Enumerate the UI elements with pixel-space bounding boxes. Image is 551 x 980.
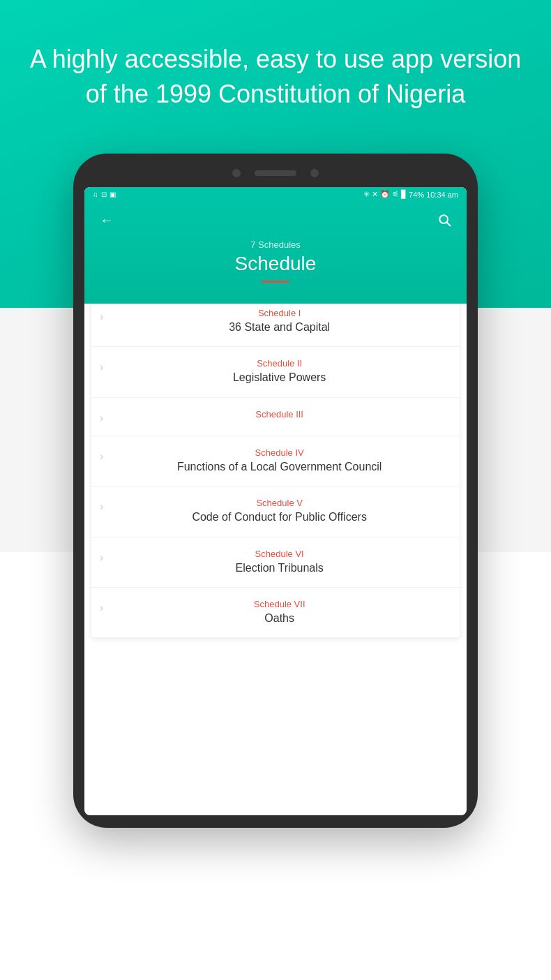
schedule-item-2[interactable]: › Schedule II Legislative Powers	[91, 347, 460, 397]
app-bar: ← 7 Schedules Schedule	[84, 202, 467, 304]
schedule-item-3[interactable]: › Schedule III	[91, 398, 460, 436]
signal-icon: ▊	[401, 190, 407, 199]
alarm-icon: ⏰	[380, 190, 390, 199]
schedule-list: › Schedule I 36 State and Capital › Sche…	[91, 297, 460, 637]
status-bar-right: ✳ ✕ ⏰ ⚟ ▊ 74% 10:34 am	[363, 190, 458, 199]
schedule-title-7: Oaths	[110, 611, 448, 626]
phone-mockup: ♫ ⊡ ▣ ✳ ✕ ⏰ ⚟ ▊ 74% 10:34 am	[73, 154, 478, 828]
search-button[interactable]	[433, 209, 455, 231]
hero-title: A highly accessible, easy to use app ver…	[28, 42, 523, 112]
app-bar-nav: ←	[96, 209, 455, 231]
chevron-icon-7: ›	[100, 602, 103, 614]
schedule-label-6: Schedule VI	[110, 549, 448, 559]
bluetooth-icon: ✳	[363, 190, 370, 199]
svg-line-1	[447, 223, 451, 226]
schedule-label-3: Schedule III	[110, 409, 448, 420]
battery-text: 74%	[409, 191, 424, 199]
nfc-icon: ⊡	[101, 191, 107, 198]
status-bar-left: ♫ ⊡ ▣	[93, 191, 116, 198]
image-icon: ▣	[110, 191, 116, 198]
schedule-content-3: Schedule III	[110, 409, 448, 421]
schedule-item-1[interactable]: › Schedule I 36 State and Capital	[91, 297, 460, 347]
back-button[interactable]: ←	[96, 209, 118, 231]
schedule-content-7: Schedule VII Oaths	[110, 599, 448, 626]
app-bar-underline	[262, 281, 289, 283]
schedule-content-1: Schedule I 36 State and Capital	[110, 308, 448, 335]
schedule-title-6: Election Tribunals	[110, 560, 448, 576]
phone-outer: ♫ ⊡ ▣ ✳ ✕ ⏰ ⚟ ▊ 74% 10:34 am	[73, 154, 478, 828]
phone-screen: ♫ ⊡ ▣ ✳ ✕ ⏰ ⚟ ▊ 74% 10:34 am	[84, 187, 467, 815]
schedule-content-6: Schedule VI Election Tribunals	[110, 549, 448, 576]
schedule-content-4: Schedule IV Functions of a Local Governm…	[110, 447, 448, 475]
chevron-icon-1: ›	[100, 311, 103, 323]
schedule-label-5: Schedule V	[110, 498, 448, 508]
wifi-icon: ⚟	[392, 190, 399, 199]
schedule-title-5: Code of Conduct for Public Officers	[110, 510, 448, 525]
phone-top-bar	[84, 166, 467, 180]
chevron-icon-6: ›	[100, 551, 103, 564]
spotify-icon: ♫	[93, 191, 98, 198]
schedule-item-4[interactable]: › Schedule IV Functions of a Local Gover…	[91, 436, 460, 487]
schedule-label-2: Schedule II	[110, 358, 448, 369]
app-bar-title: Schedule	[96, 253, 455, 275]
chevron-icon-5: ›	[100, 500, 103, 513]
schedule-label-1: Schedule I	[110, 308, 448, 318]
schedule-title-2: Legislative Powers	[110, 370, 448, 385]
schedule-label-7: Schedule VII	[110, 599, 448, 609]
schedule-title-1: 36 State and Capital	[110, 320, 448, 335]
time-text: 10:34 am	[426, 191, 458, 199]
schedule-label-4: Schedule IV	[110, 447, 448, 458]
status-bar: ♫ ⊡ ▣ ✳ ✕ ⏰ ⚟ ▊ 74% 10:34 am	[84, 187, 467, 202]
hero-section: A highly accessible, easy to use app ver…	[0, 0, 551, 308]
chevron-icon-4: ›	[100, 450, 103, 463]
schedule-item-6[interactable]: › Schedule VI Election Tribunals	[91, 537, 460, 588]
schedule-content-5: Schedule V Code of Conduct for Public Of…	[110, 498, 448, 525]
schedule-item-7[interactable]: › Schedule VII Oaths	[91, 588, 460, 637]
schedule-item-5[interactable]: › Schedule V Code of Conduct for Public …	[91, 487, 460, 537]
mute-icon: ✕	[372, 190, 378, 199]
chevron-icon-2: ›	[100, 361, 103, 373]
schedule-content-2: Schedule II Legislative Powers	[110, 358, 448, 385]
chevron-icon-3: ›	[100, 412, 103, 424]
phone-sensor	[310, 169, 319, 177]
phone-front-camera	[232, 169, 241, 177]
app-bar-subtitle: 7 Schedules	[96, 239, 455, 250]
phone-speaker	[255, 170, 296, 176]
schedule-title-4: Functions of a Local Government Council	[110, 459, 448, 475]
